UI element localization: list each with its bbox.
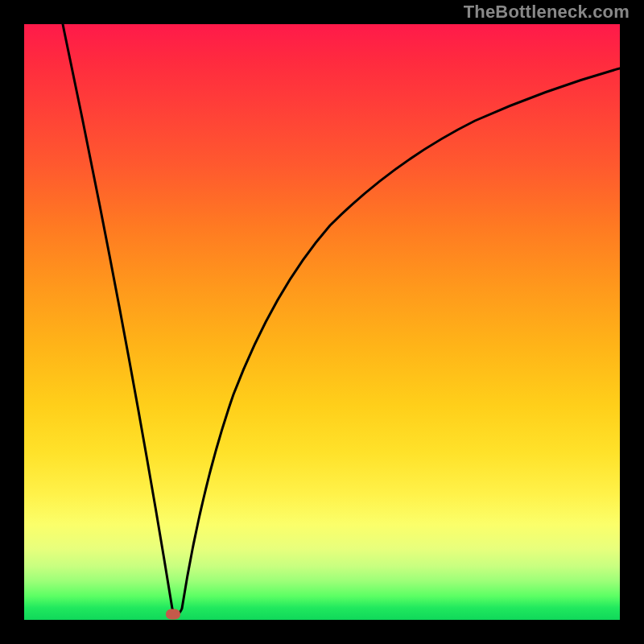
curve-path (61, 24, 620, 614)
minimum-marker (166, 609, 180, 620)
plot-area (24, 24, 620, 620)
watermark-label: TheBottleneck.com (464, 2, 630, 23)
bottleneck-curve (24, 24, 620, 620)
chart-frame: TheBottleneck.com (0, 0, 644, 644)
